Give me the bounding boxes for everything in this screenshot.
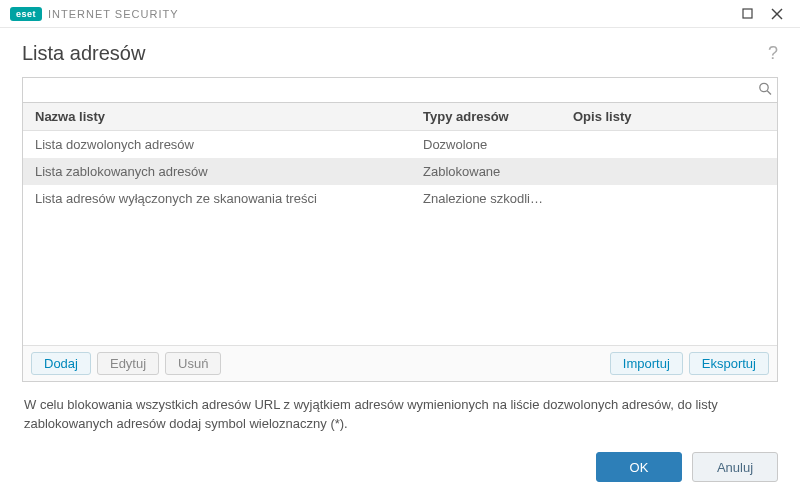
footer: OK Anuluj bbox=[0, 434, 800, 500]
cell-types: Znalezione szkodliwe opr... bbox=[411, 185, 561, 212]
svg-point-3 bbox=[760, 83, 768, 91]
hint-text: W celu blokowania wszystkich adresów URL… bbox=[22, 382, 778, 434]
import-button[interactable]: Importuj bbox=[610, 352, 683, 375]
table-actions: Dodaj Edytuj Usuń Importuj Eksportuj bbox=[23, 345, 777, 381]
column-desc[interactable]: Opis listy bbox=[561, 103, 777, 130]
brand-logo: eset bbox=[10, 7, 42, 21]
cell-types: Zablokowane bbox=[411, 158, 561, 185]
content-area: Lista adresów ? Nazwa listy Typy adresów… bbox=[0, 28, 800, 434]
cell-desc bbox=[561, 185, 777, 212]
edit-button[interactable]: Edytuj bbox=[97, 352, 159, 375]
help-icon[interactable]: ? bbox=[768, 43, 778, 64]
export-button[interactable]: Eksportuj bbox=[689, 352, 769, 375]
table-header: Nazwa listy Typy adresów Opis listy bbox=[23, 103, 777, 131]
maximize-icon bbox=[742, 8, 753, 19]
address-list-table: Nazwa listy Typy adresów Opis listy List… bbox=[22, 103, 778, 382]
column-types[interactable]: Typy adresów bbox=[411, 103, 561, 130]
table-row[interactable]: Lista dozwolonych adresówDozwolone bbox=[23, 131, 777, 158]
header-row: Lista adresów ? bbox=[22, 42, 778, 65]
cell-desc bbox=[561, 158, 777, 185]
add-button[interactable]: Dodaj bbox=[31, 352, 91, 375]
search-wrap bbox=[22, 77, 778, 103]
table-row[interactable]: Lista adresów wyłączonych ze skanowania … bbox=[23, 185, 777, 212]
delete-button[interactable]: Usuń bbox=[165, 352, 221, 375]
cell-name: Lista adresów wyłączonych ze skanowania … bbox=[23, 185, 411, 212]
table-row[interactable]: Lista zablokowanych adresówZablokowane bbox=[23, 158, 777, 185]
column-name[interactable]: Nazwa listy bbox=[23, 103, 411, 130]
table-body: Lista dozwolonych adresówDozwoloneLista … bbox=[23, 131, 777, 345]
search-icon[interactable] bbox=[758, 82, 772, 99]
cell-desc bbox=[561, 131, 777, 158]
cell-types: Dozwolone bbox=[411, 131, 561, 158]
close-icon bbox=[771, 8, 783, 20]
search-input[interactable] bbox=[22, 77, 778, 103]
ok-button[interactable]: OK bbox=[596, 452, 682, 482]
page-title: Lista adresów bbox=[22, 42, 145, 65]
cell-name: Lista zablokowanych adresów bbox=[23, 158, 411, 185]
svg-rect-0 bbox=[743, 9, 752, 18]
maximize-button[interactable] bbox=[732, 2, 762, 26]
title-bar: eset INTERNET SECURITY bbox=[0, 0, 800, 28]
brand-product-name: INTERNET SECURITY bbox=[48, 8, 178, 20]
close-button[interactable] bbox=[762, 2, 792, 26]
cancel-button[interactable]: Anuluj bbox=[692, 452, 778, 482]
svg-line-4 bbox=[767, 91, 771, 95]
brand: eset INTERNET SECURITY bbox=[10, 7, 179, 21]
cell-name: Lista dozwolonych adresów bbox=[23, 131, 411, 158]
